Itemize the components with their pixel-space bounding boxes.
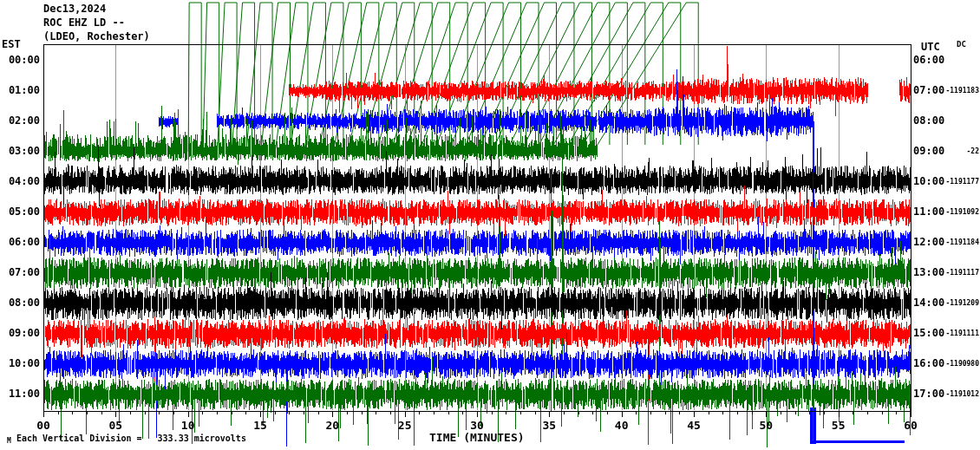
minute-label: 15 [245, 420, 275, 431]
minute-label: 40 [607, 420, 637, 431]
dc-value: -1191177 [939, 179, 979, 186]
est-hour-label: 05:00 [3, 206, 40, 217]
minute-label: 30 [462, 420, 492, 431]
minute-label: 00 [29, 420, 58, 431]
minute-label: 25 [390, 420, 420, 431]
est-hour-label: 01:00 [3, 85, 40, 95]
minute-label: 50 [751, 420, 781, 431]
est-hour-label: 07:00 [3, 267, 40, 277]
left-axis-title: EST [2, 39, 21, 49]
dc-value: -1190980 [939, 361, 979, 368]
dc-column-title: DC [957, 41, 966, 49]
est-hour-label: 06:00 [3, 237, 40, 247]
est-hour-label: 09:00 [3, 328, 40, 338]
dc-value: -22 [939, 148, 979, 155]
dc-value: -1191111 [939, 330, 979, 337]
est-hour-label: 11:00 [3, 388, 40, 399]
dc-value: -1191209 [939, 300, 979, 307]
header-station: ROC EHZ LD -- [43, 17, 125, 28]
scale-note: Each Vertical Division = 333.33 microvol… [16, 434, 246, 443]
est-hour-label: 10:00 [3, 358, 40, 368]
right-axis-title: UTC [921, 42, 940, 52]
minute-label: 45 [679, 420, 709, 431]
heliplot-page: Dec13,2024 ROC EHZ LD -- (LDEO, Rocheste… [0, 0, 980, 450]
est-hour-label: 03:00 [3, 146, 40, 156]
minute-label: 55 [824, 420, 853, 431]
minute-label: 05 [101, 420, 130, 431]
minute-label: 35 [534, 420, 564, 431]
seismogram-canvas [0, 0, 980, 450]
dc-value: -1191092 [939, 209, 979, 216]
est-hour-label: 04:00 [3, 176, 40, 186]
header-location: (LDEO, Rochester) [43, 31, 150, 42]
est-hour-label: 02:00 [3, 115, 40, 126]
dc-value: -1191183 [939, 88, 979, 95]
dc-value: -1191184 [939, 239, 979, 246]
est-hour-label: 08:00 [3, 297, 40, 308]
minute-label: 60 [896, 420, 925, 431]
header-date: Dec13,2024 [43, 3, 106, 14]
est-hour-label: 00:00 [3, 55, 40, 65]
x-axis-title: TIME (MINUTES) [429, 432, 525, 443]
logo-glyph: M [7, 438, 11, 445]
utc-hour-label: 08:00 [913, 115, 944, 126]
minute-label: 10 [173, 420, 203, 431]
utc-hour-label: 06:00 [913, 55, 944, 65]
dc-value: -1191012 [939, 391, 979, 398]
dc-value: -1191117 [939, 270, 979, 277]
minute-label: 20 [317, 420, 347, 431]
